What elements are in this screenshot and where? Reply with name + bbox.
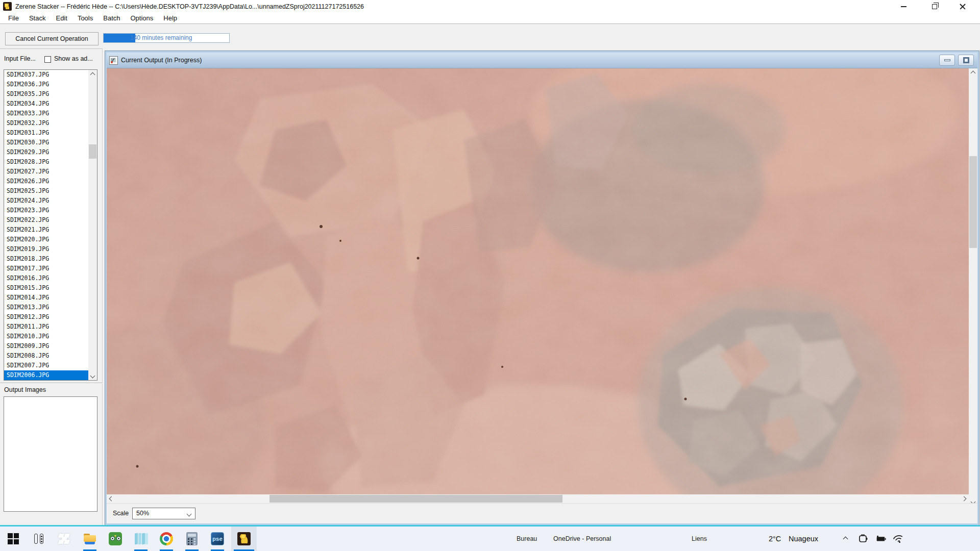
menu-item[interactable]: Batch (98, 13, 125, 24)
battery-icon[interactable] (875, 533, 886, 544)
menu-item[interactable]: File (3, 13, 24, 24)
cancel-current-operation-button[interactable]: Cancel Current Operation (5, 32, 99, 45)
input-file-list[interactable]: SDIM2037.JPGSDIM2036.JPGSDIM2035.JPGSDIM… (4, 69, 97, 381)
dropbox-icon (58, 533, 70, 544)
taskbar-item-dropbox[interactable] (52, 527, 77, 551)
output-image-preview[interactable] (107, 68, 969, 494)
scrollbar-thumb[interactable] (89, 144, 96, 159)
menu-item[interactable]: Options (125, 13, 158, 24)
chrome-icon (160, 532, 173, 545)
scale-dropdown[interactable]: 50% (132, 508, 195, 519)
scroll-up-icon[interactable] (88, 70, 97, 79)
file-list-item[interactable]: SDIM2034.JPG (4, 99, 88, 109)
scroll-up-icon[interactable] (969, 69, 977, 77)
menu-item[interactable]: Help (158, 13, 182, 24)
taskbar-item-file-explorer[interactable] (77, 527, 103, 551)
file-list-item[interactable]: SDIM2009.JPG (4, 341, 88, 351)
divider (0, 48, 103, 49)
vertical-scrollbar[interactable] (969, 68, 977, 506)
file-list-item[interactable]: SDIM2016.JPG (4, 273, 88, 283)
zerene-app-icon (3, 2, 12, 11)
file-list-item[interactable]: SDIM2035.JPG (4, 89, 88, 99)
task-view-icon (33, 533, 44, 544)
menu-item[interactable]: Edit (51, 13, 72, 24)
liens-toolbar-label[interactable]: Liens (692, 527, 707, 551)
show-as-adjusted-label: Show as ad... (54, 55, 93, 62)
output-images-label: Output Images (4, 386, 46, 393)
close-button[interactable] (951, 0, 974, 13)
file-list-item[interactable]: SDIM2020.JPG (4, 235, 88, 244)
file-list-item[interactable]: SDIM2037.JPG (4, 70, 88, 80)
scale-value: 50% (136, 508, 149, 519)
wifi-icon[interactable] (893, 533, 904, 544)
chevron-down-icon (187, 512, 192, 517)
file-list-item[interactable]: SDIM2036.JPG (4, 80, 88, 89)
start-button[interactable] (1, 527, 26, 551)
progress-bar: 140 minutes remaining (103, 33, 230, 43)
file-rows: SDIM2037.JPGSDIM2036.JPGSDIM2035.JPGSDIM… (4, 70, 97, 380)
frame-title: Current Output (In Progress) (121, 57, 202, 64)
restore-button[interactable] (923, 0, 946, 13)
file-list-item[interactable]: SDIM2012.JPG (4, 312, 88, 322)
file-list-item[interactable]: SDIM2006.JPG (4, 370, 88, 380)
file-list-item[interactable]: SDIM2030.JPG (4, 138, 88, 147)
title-bar: Zerene Stacker -- Frédéric Hède -- C:\Us… (0, 0, 980, 13)
show-as-adjusted-checkbox[interactable] (44, 56, 51, 63)
file-list-scrollbar[interactable] (88, 70, 97, 380)
file-list-item[interactable]: SDIM2013.JPG (4, 303, 88, 312)
file-list-item[interactable]: SDIM2018.JPG (4, 254, 88, 264)
file-list-item[interactable]: SDIM2015.JPG (4, 283, 88, 293)
file-list-item[interactable]: SDIM2011.JPG (4, 322, 88, 332)
frame-header[interactable]: Current Output (In Progress) (107, 53, 977, 68)
task-view-button[interactable] (26, 527, 52, 551)
scroll-right-icon[interactable] (960, 494, 968, 503)
file-list-item[interactable]: SDIM2014.JPG (4, 293, 88, 303)
file-list-item[interactable]: SDIM2022.JPG (4, 215, 88, 225)
scrollbar-thumb[interactable] (969, 156, 977, 248)
taskbar-item-chrome[interactable] (154, 527, 179, 551)
file-explorer-icon (83, 533, 96, 544)
menu-item[interactable]: Stack (24, 13, 51, 24)
frame-maximize-button[interactable] (958, 55, 974, 66)
file-list-item[interactable]: SDIM2025.JPG (4, 186, 88, 196)
scroll-left-icon[interactable] (107, 494, 116, 503)
taskbar-item-tripadvisor[interactable] (103, 527, 128, 551)
file-list-item[interactable]: SDIM2027.JPG (4, 167, 88, 177)
weather-temperature[interactable]: 2°C (769, 527, 781, 551)
file-list-item[interactable]: SDIM2033.JPG (4, 109, 88, 118)
input-files-button[interactable]: Input File... (4, 55, 36, 62)
onedrive-label[interactable]: OneDrive - Personal (553, 527, 611, 551)
taskbar-item-calculator[interactable] (179, 527, 205, 551)
file-list-item[interactable]: SDIM2031.JPG (4, 128, 88, 138)
file-list-item[interactable]: SDIM2023.JPG (4, 206, 88, 215)
tripadvisor-icon (109, 532, 122, 545)
file-list-item[interactable]: SDIM2021.JPG (4, 225, 88, 235)
file-list-item[interactable]: SDIM2019.JPG (4, 244, 88, 254)
menu-item[interactable]: Tools (72, 13, 98, 24)
bureau-toolbar-label[interactable]: Bureau (517, 527, 537, 551)
frame-minimize-button[interactable] (939, 55, 955, 66)
file-list-item[interactable]: SDIM2026.JPG (4, 177, 88, 186)
file-list-item[interactable]: SDIM2017.JPG (4, 264, 88, 273)
file-list-item[interactable]: SDIM2028.JPG (4, 157, 88, 167)
taskbar-item-zerene-stacker[interactable] (231, 527, 257, 551)
file-list-item[interactable]: SDIM2010.JPG (4, 332, 88, 341)
books-stack-icon (134, 533, 148, 545)
phone-link-icon[interactable] (857, 533, 869, 544)
weather-description[interactable]: Nuageux (789, 527, 818, 551)
file-list-item[interactable]: SDIM2032.JPG (4, 118, 88, 128)
taskbar-item-library[interactable] (128, 527, 154, 551)
hidden-icons-chevron[interactable] (840, 533, 851, 544)
horizontal-scrollbar[interactable] (107, 494, 969, 503)
file-list-item[interactable]: SDIM2024.JPG (4, 196, 88, 206)
file-list-item[interactable]: SDIM2007.JPG (4, 361, 88, 370)
divider (0, 383, 103, 384)
minimize-button[interactable] (892, 0, 915, 13)
output-image-list[interactable] (4, 396, 97, 512)
progress-text: 140 minutes remaining (130, 34, 192, 42)
scroll-down-icon[interactable] (88, 371, 97, 380)
scrollbar-thumb[interactable] (270, 495, 562, 503)
file-list-item[interactable]: SDIM2029.JPG (4, 147, 88, 157)
file-list-item[interactable]: SDIM2008.JPG (4, 351, 88, 361)
taskbar-item-photoshop-elements[interactable]: pse (205, 527, 230, 551)
